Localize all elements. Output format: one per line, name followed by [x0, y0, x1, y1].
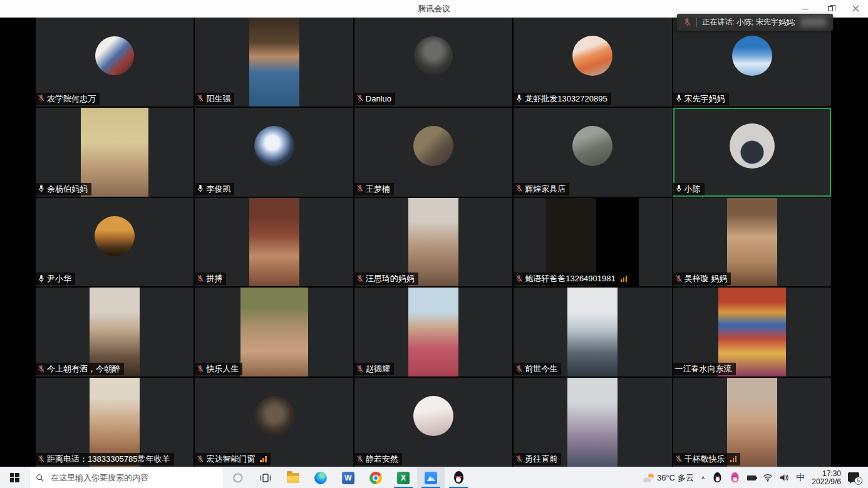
system-tray: 36°C 多云 ∧ 中 17:30 2022/9/6: [638, 467, 868, 488]
participant-video: [727, 198, 777, 287]
participant-tile[interactable]: 宏达智能门窗: [195, 378, 353, 467]
minimize-icon: [802, 9, 809, 9]
participant-tile[interactable]: 余杨伯妈妈: [36, 108, 194, 197]
participant-name: 龙虾批发13032720895: [525, 93, 607, 105]
participant-tile[interactable]: 吴梓璇 妈妈: [673, 198, 831, 287]
edge-button[interactable]: [307, 467, 334, 488]
clock[interactable]: 17:30 2022/9/6: [812, 470, 841, 486]
cortana-icon: [234, 474, 242, 482]
participant-nametag: 拼搏: [195, 273, 226, 285]
participant-tile[interactable]: Danluo: [354, 18, 512, 106]
participant-nametag: 鲍语轩爸爸13264901981: [514, 273, 631, 285]
participant-tile[interactable]: 快乐人生: [195, 288, 353, 376]
participant-avatar: [254, 126, 294, 166]
edge-icon: [314, 472, 327, 484]
participant-name: 李俊凯: [206, 183, 230, 195]
participant-tile[interactable]: 农学院何忠万: [36, 18, 194, 106]
participant-tile[interactable]: 一江春水向东流: [673, 288, 831, 376]
volume-icon[interactable]: [780, 474, 789, 482]
blurred-text: [800, 18, 827, 27]
search-icon: [36, 474, 44, 482]
participant-avatar: [413, 396, 453, 436]
mic-icon: [38, 274, 45, 283]
participant-avatar: [254, 396, 294, 436]
close-icon: [852, 6, 859, 12]
participant-name: 鲍语轩爸爸13264901981: [525, 273, 616, 284]
network-signal-icon: [621, 276, 628, 282]
participant-video: [240, 288, 308, 376]
participant-video: [567, 378, 617, 467]
participant-tile[interactable]: 小陈: [673, 108, 831, 197]
meeting-stage: 农学院何忠万阳生强Danluo龙虾批发13032720895宋先宇妈妈余杨伯妈妈…: [0, 18, 868, 467]
participant-tile[interactable]: 龙虾批发13032720895: [514, 18, 671, 106]
excel-button[interactable]: X: [390, 467, 417, 488]
participant-tile[interactable]: 汪思琦的妈妈: [354, 198, 512, 287]
participant-tile[interactable]: 尹小华: [36, 198, 194, 287]
search-input[interactable]: [49, 472, 217, 483]
participant-tile[interactable]: 宋先宇妈妈: [673, 18, 831, 106]
participant-tile[interactable]: 李俊凯: [195, 108, 353, 197]
participant-nametag: 王梦楠: [354, 183, 394, 195]
participant-video: [567, 288, 617, 376]
participant-nametag: 今上朝有酒，今朝醉: [36, 363, 124, 375]
participant-tile[interactable]: 阳生强: [195, 18, 353, 106]
qq-button[interactable]: [445, 467, 472, 488]
participant-name: 前世今生: [525, 363, 557, 375]
network-icon[interactable]: [763, 474, 773, 482]
weather-widget[interactable]: 36°C 多云: [643, 472, 694, 484]
close-button[interactable]: [843, 0, 868, 18]
participant-nametag: 静若安然: [354, 453, 402, 465]
mic-muted-icon: [356, 365, 364, 373]
mic-muted-icon: [197, 455, 204, 464]
participant-tile[interactable]: 前世今生: [514, 288, 671, 376]
tencent-meeting-button[interactable]: [417, 467, 445, 488]
mic-muted-icon: [515, 365, 523, 373]
participant-nametag: 余杨伯妈妈: [36, 183, 91, 195]
ime-indicator[interactable]: 中: [796, 472, 805, 484]
start-button[interactable]: [0, 467, 29, 488]
weather-icon: [643, 474, 654, 482]
battery-icon[interactable]: [747, 475, 756, 480]
mic-muted-icon: [356, 94, 364, 103]
toast-divider: [696, 18, 697, 27]
speaking-toast: 正在讲话: 小陈; 宋先宇妈妈;: [677, 14, 833, 31]
participant-tile[interactable]: 拼搏: [195, 198, 353, 287]
participant-name: 王梦楠: [366, 183, 390, 195]
excel-icon: X: [397, 472, 410, 484]
taskbar-search[interactable]: [29, 467, 224, 488]
tray-overflow-chevron-icon[interactable]: ∧: [701, 475, 705, 480]
windows-taskbar: W X 36°C 多云 ∧: [0, 467, 868, 488]
participant-name: 农学院何忠万: [47, 93, 96, 105]
task-view-button[interactable]: [252, 467, 279, 488]
participant-tile[interactable]: 鲍语轩爸爸13264901981: [514, 198, 671, 287]
participant-avatar: [572, 126, 612, 166]
participant-tile[interactable]: 静若安然: [354, 378, 512, 467]
participant-grid: 农学院何忠万阳生强Danluo龙虾批发13032720895宋先宇妈妈余杨伯妈妈…: [36, 18, 831, 467]
mic-muted-icon: [675, 274, 683, 283]
participant-tile[interactable]: 距离电话：13833305785常年收羊: [36, 378, 194, 467]
tencent-meeting-icon: [425, 472, 437, 484]
participant-tile[interactable]: 勇往直前: [514, 378, 671, 467]
participant-name: 快乐人生: [206, 363, 239, 375]
participant-tile[interactable]: 赵德耀: [354, 288, 512, 376]
windows-logo-icon: [10, 473, 19, 482]
participant-tile[interactable]: 千杯敬快乐: [673, 378, 831, 467]
cortana-button[interactable]: [224, 467, 252, 488]
word-button[interactable]: W: [334, 467, 362, 488]
clock-time: 17:30: [812, 470, 841, 478]
participant-name: 静若安然: [366, 453, 398, 465]
participant-avatar: [95, 216, 135, 256]
participant-tile[interactable]: 辉煌家具店: [514, 108, 671, 197]
participant-name: 宏达智能门窗: [206, 453, 255, 465]
chrome-button[interactable]: [362, 467, 390, 488]
weather-temp: 36°C: [657, 473, 675, 482]
file-explorer-button[interactable]: [279, 467, 307, 488]
qq-pink-tray-icon[interactable]: [731, 472, 740, 483]
notification-center-button[interactable]: 5: [848, 472, 860, 484]
qq-tray-icon[interactable]: [713, 472, 722, 483]
mic-muted-icon: [515, 184, 523, 193]
participant-tile[interactable]: 今上朝有酒，今朝醉: [36, 288, 194, 376]
participant-tile[interactable]: 王梦楠: [354, 108, 512, 197]
participant-avatar: [413, 126, 453, 166]
participant-name: 小陈: [685, 183, 701, 195]
